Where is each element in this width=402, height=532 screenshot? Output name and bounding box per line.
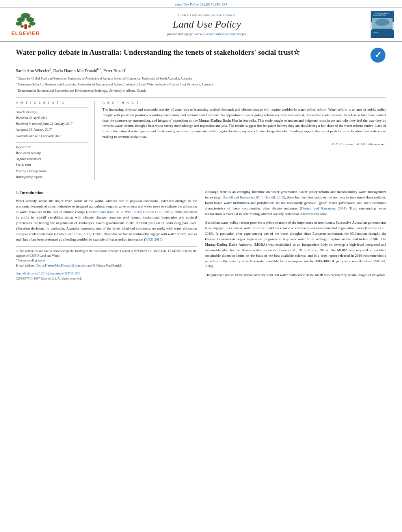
- email-footnote: E-mail address: Darla.HattonMacDonald@ut…: [16, 263, 197, 269]
- footnote-area: ☆ The authors would like to acknowledge …: [16, 247, 197, 281]
- elsevier-wordmark: ELSEVIER: [11, 30, 40, 36]
- body-right-column: Although there is an emerging literature…: [205, 189, 386, 281]
- intro-paragraph-3: Australian water policy reform provides …: [205, 220, 386, 269]
- svg-text:Elsevier: Elsevier: [374, 32, 379, 33]
- crossmark-icon: ✓: [370, 48, 385, 63]
- journal-cover-svg: Land Use Policy Elsevier: [372, 11, 393, 38]
- journal-citation-text: Land Use Policy 63 (2017) 246–254: [175, 2, 227, 6]
- info-abstract-columns: A R T I C L E I N F O Article history: R…: [16, 101, 386, 180]
- accepted-date: Accepted 26 January 2017: [16, 127, 88, 133]
- svg-point-4: [16, 22, 22, 26]
- article-title-section: Water policy debate in Australia: Unders…: [16, 48, 386, 63]
- intro-paragraph-4: The polarised nature of the debate over …: [205, 272, 386, 278]
- ref-link-4[interactable]: Daniell and Barrateau, 2014; Daniell, 20…: [222, 195, 284, 199]
- svg-point-5: [29, 22, 35, 26]
- intro-paragraph-2: Although there is an emerging literature…: [205, 189, 386, 217]
- page-wrapper: Land Use Policy 63 (2017) 246–254: [0, 0, 402, 532]
- article-dates: Received 29 April 2016 Received in revis…: [16, 115, 88, 139]
- history-label: Article history:: [16, 110, 88, 114]
- ref-link-7[interactable]: Crase et al., 2013; Horne, 2013: [279, 248, 326, 252]
- svg-text:✓: ✓: [374, 50, 382, 60]
- affiliation-b: b Tasmanian School of Business and Econo…: [16, 81, 386, 87]
- ref-link-5[interactable]: Daniell and Barrateau, 2014: [301, 206, 345, 210]
- svg-point-3: [26, 17, 34, 22]
- authors-line: Sarah Ann Wheelera, Darla Hatton MacDona…: [16, 67, 386, 73]
- elsevier-tree-icon: [15, 13, 37, 30]
- divider-2: [16, 186, 386, 186]
- article-title-container: Water policy debate in Australia: Unders…: [16, 48, 367, 61]
- keywords-label: Keywords:: [16, 145, 88, 149]
- star-footnote: ☆ The authors would like to acknowledge …: [16, 249, 197, 258]
- intro-paragraph-1: Water scarcity across the major river ba…: [16, 198, 197, 243]
- elsevier-logo: ELSEVIER: [8, 13, 43, 36]
- ref-link-1[interactable]: Baldwin and Ross, 2012; WEF, 2015; Graft…: [87, 210, 171, 214]
- article-title: Water policy debate in Australia: Unders…: [16, 48, 367, 57]
- journal-title: Land Use Policy: [47, 19, 367, 30]
- svg-point-7: [20, 25, 24, 28]
- body-columns: 1. Introduction Water scarcity across th…: [16, 189, 386, 281]
- journal-cover-image: Land Use Policy Land Use Policy Elsevier: [370, 11, 394, 38]
- keyword-2: Applied economics: [16, 156, 88, 162]
- crossmark-badge[interactable]: ✓: [370, 48, 386, 63]
- keyword-4: Murray-Darling basin: [16, 168, 88, 174]
- body-left-column: 1. Introduction Water scarcity across th…: [16, 189, 197, 281]
- journal-citation: Land Use Policy 63 (2017) 246–254: [0, 0, 402, 7]
- cover-text: Land Use Policy: [372, 12, 393, 15]
- svg-rect-6: [24, 24, 27, 29]
- divider-1: [16, 97, 386, 98]
- journal-header: ELSEVIER Contents lists available at Sci…: [0, 7, 402, 42]
- article-info-column: A R T I C L E I N F O Article history: R…: [16, 101, 95, 180]
- doi-link[interactable]: http://dx.doi.org/10.1016/j.landusepol.2…: [16, 271, 197, 276]
- journal-header-center: Contents lists available at ScienceDirec…: [47, 13, 367, 36]
- online-date: Available online 7 February 2017: [16, 133, 88, 139]
- affiliation-a: a Centre for Global Food and Resources, …: [16, 75, 386, 81]
- ref-link-8[interactable]: MDBA, 2010: [205, 259, 386, 269]
- issn-copyright: 0264-8377/© 2017 Elsevier Ltd. All right…: [16, 276, 197, 281]
- ref-link-2[interactable]: Baldwin and Ross, 2012: [56, 232, 90, 236]
- corresponding-footnote: * Corresponding author.: [16, 258, 197, 263]
- contents-label: Contents lists available at ScienceDirec…: [47, 13, 367, 17]
- keyword-5: Water policy reform: [16, 174, 88, 180]
- keyword-3: Social trust: [16, 162, 88, 168]
- keyword-1: Best-worst scaling: [16, 150, 88, 156]
- main-content: Water policy debate in Australia: Unders…: [0, 42, 402, 289]
- homepage-line: journal homepage: www.elsevier.com/locat…: [47, 32, 367, 36]
- email-link[interactable]: Darla.HattonMacDonald@utas.edu.au: [36, 263, 91, 267]
- abstract-label: A B S T R A C T: [102, 101, 386, 105]
- section-1-heading: 1. Introduction: [16, 189, 197, 196]
- abstract-text: The increasing physical and economic sca…: [102, 107, 386, 140]
- copyright-line: © 2017 Elsevier Ltd. All rights reserved…: [102, 142, 386, 146]
- keywords-list: Best-worst scaling Applied economics Soc…: [16, 150, 88, 180]
- ref-link-3[interactable]: WEF, 2015: [145, 237, 161, 241]
- svg-point-8: [28, 25, 31, 28]
- sciencedirect-link[interactable]: ScienceDirect: [216, 13, 235, 17]
- affiliation-c: c Department of Resource and Economics a…: [16, 87, 386, 93]
- revised-date: Received in revised form 22 January 2017: [16, 121, 88, 127]
- affiliations: a Centre for Global Food and Resources, …: [16, 75, 386, 93]
- received-date: Received 29 April 2016: [16, 115, 88, 121]
- ref-link-6[interactable]: Grafton et al., 2016: [205, 226, 386, 235]
- svg-text:Land Use Policy: Land Use Policy: [374, 14, 387, 16]
- svg-point-14: [375, 19, 389, 26]
- article-info-label: A R T I C L E I N F O: [16, 101, 88, 105]
- svg-point-2: [17, 17, 25, 22]
- homepage-link[interactable]: www.elsevier.com/locate/landusepol: [195, 32, 247, 36]
- abstract-column: A B S T R A C T The increasing physical …: [102, 101, 386, 180]
